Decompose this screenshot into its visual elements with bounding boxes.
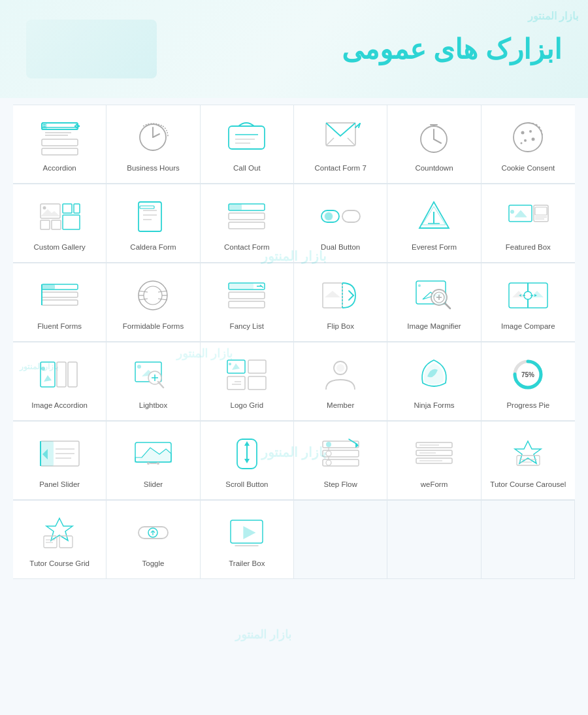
widget-everest-form[interactable]: Everest Form [387,184,481,263]
svg-marker-179 [244,527,255,539]
svg-point-27 [514,123,542,152]
widget-image-magnifier[interactable]: Image Magnifier [387,263,481,342]
caldera-form-label: Caldera Form [130,242,176,252]
widget-image-compare[interactable]: Image Compare [482,263,575,342]
lightbox-label: Lightbox [139,401,167,410]
cookie-consent-label: Cookie Consent [501,163,555,173]
widget-fancy-list[interactable]: Fancy List [201,263,294,342]
widget-member[interactable]: Member [294,342,387,421]
accordion-label: Accordion [43,163,76,173]
widget-cookie-consent[interactable]: Cookie Consent [482,105,575,184]
widget-toggle[interactable]: Toggle [106,501,200,579]
svg-rect-9 [42,123,47,129]
widget-step-flow[interactable]: Step Flow [294,422,387,500]
svg-marker-39 [41,209,60,216]
svg-rect-121 [248,376,266,390]
widget-scroll-button[interactable]: Scroll Button [201,422,294,500]
svg-rect-51 [342,210,360,222]
cookie-consent-icon [505,118,551,157]
svg-point-153 [326,460,331,465]
call-out-label: Call Out [233,163,261,173]
widget-flip-box[interactable]: Flip Box [294,263,387,342]
widget-progress-pie[interactable]: 75% Progress Pie [482,342,575,421]
svg-marker-105 [531,291,544,297]
svg-rect-49 [229,204,242,210]
widget-formidable-forms[interactable]: Formidable Forms [106,263,200,342]
trailer-box-label: Trailer Box [229,559,265,569]
flip-box-icon [318,276,363,315]
svg-point-64 [510,210,514,214]
image-magnifier-label: Image Magnifier [407,322,461,331]
svg-rect-37 [74,204,80,213]
widget-tutor-course-carousel[interactable]: Tutor Course Carousel [482,422,575,500]
lightbox-icon [130,355,176,394]
widget-lightbox[interactable]: Lightbox [106,342,200,421]
call-out-icon [224,118,270,157]
widget-business-hours[interactable]: Business Hours [106,105,200,184]
svg-marker-164 [515,441,541,463]
caldera-form-icon [130,197,176,236]
svg-line-87 [349,291,353,295]
svg-rect-83 [229,283,253,290]
svg-point-32 [521,142,523,144]
widget-accordion[interactable]: Accordion [13,105,106,184]
svg-point-40 [42,206,46,209]
svg-line-77 [158,299,167,300]
widget-panel-slider[interactable]: Panel Slider [13,422,106,500]
contact-form-label: Contact Form [224,242,270,252]
svg-rect-47 [229,213,265,220]
svg-rect-48 [229,222,265,229]
widget-countdown[interactable]: Countdown [387,105,481,184]
widget-logo-grid[interactable]: Logo Grid [201,342,294,421]
svg-point-151 [326,442,331,447]
image-accordion-label: Image Accordion [31,401,88,410]
image-compare-icon [505,276,551,315]
svg-rect-68 [42,300,78,305]
svg-marker-109 [44,375,52,382]
grid-row-5: Panel Slider Slider [13,421,575,500]
svg-line-21 [348,138,355,146]
svg-point-142 [147,462,150,465]
progress-pie-icon: 75% [505,355,551,394]
page-title: ابزارک های عمومی [342,33,562,65]
svg-rect-35 [52,220,61,229]
widget-grid: Accordion Business Hours [0,98,588,592]
svg-point-28 [521,131,525,134]
svg-rect-41 [139,202,161,231]
svg-rect-66 [42,284,55,290]
widget-contact-form-7[interactable]: Contact Form 7 [294,105,387,184]
business-hours-icon [130,118,176,157]
widget-slider[interactable]: Slider [106,422,200,500]
tutor-course-grid-icon [37,513,82,552]
empty-cell-1 [294,501,387,579]
svg-point-31 [532,137,535,141]
widget-custom-gallery[interactable]: Custom Gallery [13,184,106,263]
svg-point-152 [326,451,331,456]
svg-rect-80 [229,301,265,308]
featured-box-label: Featured Box [506,242,551,252]
widget-weform[interactable]: weForm [387,422,481,500]
grid-row-2: Custom Gallery Caldera Form [13,184,575,263]
slider-label: Slider [144,480,163,490]
svg-rect-2 [42,123,78,129]
flip-box-label: Flip Box [327,322,354,331]
tutor-course-carousel-label: Tutor Course Carousel [490,480,566,490]
widget-image-accordion[interactable]: بازار المنتور Image Accordion [13,342,106,421]
widget-trailer-box[interactable]: Trailer Box [201,501,294,579]
widget-tutor-course-grid[interactable]: Tutor Course Grid [13,501,106,579]
widget-fluent-forms[interactable]: Fluent Forms [13,263,106,342]
svg-line-75 [158,291,167,292]
formidable-forms-icon [130,276,176,315]
svg-point-110 [41,367,45,371]
ninja-forms-label: Ninja Forms [414,401,455,410]
slider-icon [130,434,176,473]
widget-caldera-form[interactable]: Caldera Form [106,184,200,263]
widget-call-out[interactable]: Call Out [201,105,294,184]
step-flow-label: Step Flow [324,480,357,490]
widget-dual-button[interactable]: Dual Button [294,184,387,263]
widget-featured-box[interactable]: Featured Box [482,184,575,263]
widget-ninja-forms[interactable]: Ninja Forms [387,342,481,421]
image-compare-label: Image Compare [501,322,555,331]
featured-box-icon [505,197,551,236]
widget-contact-form[interactable]: Contact Form [201,184,294,263]
